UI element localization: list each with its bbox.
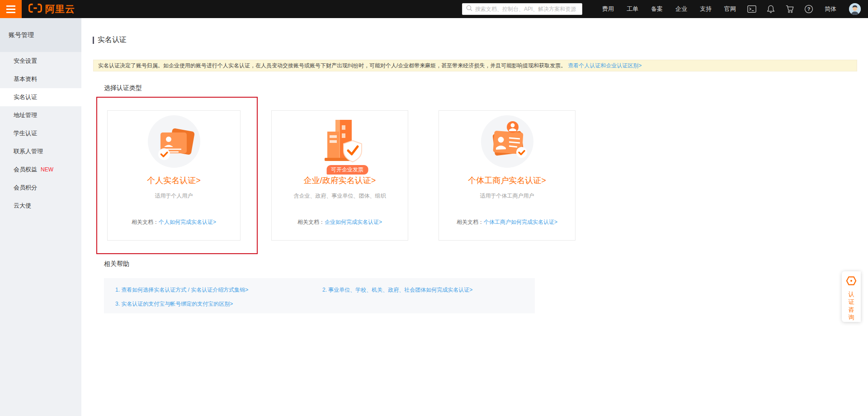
card-individual-business-doc-link[interactable]: 个体工商户如何完成实名认证> [484, 219, 557, 225]
avatar[interactable] [849, 3, 861, 15]
card-individual-business-doc: 相关文档：个体工商户如何完成实名认证> [439, 218, 575, 226]
sidebar-item-address[interactable]: 地址管理 [0, 106, 81, 124]
nav-item-enterprise[interactable]: 企业 [675, 5, 687, 13]
console-icon[interactable] [747, 5, 756, 14]
certification-badge-icon [846, 276, 857, 288]
nav-item-tickets[interactable]: 工单 [627, 5, 638, 13]
card-personal-title[interactable]: 个人实名认证> [108, 175, 240, 186]
help-link-2[interactable]: 2. 事业单位、学校、机关、政府、社会团体如何完成实名认证> [322, 286, 472, 294]
enterprise-verification-icon [313, 114, 367, 169]
card-personal-doc: 相关文档：个人如何完成实名认证> [108, 218, 240, 226]
top-bar: 阿里云 费用 工单 备案 企业 支持 官网 [0, 0, 868, 18]
sidebar-item-member-benefits[interactable]: 会员权益 NEW [0, 161, 81, 179]
card-personal-doc-link[interactable]: 个人如何完成实名认证> [159, 219, 216, 225]
sidebar-item-real-name-verification[interactable]: 实名认证 [0, 88, 81, 106]
nav-item-fees[interactable]: 费用 [602, 5, 614, 13]
verification-consult-widget[interactable]: 认证咨询 [842, 271, 861, 322]
nav-item-support[interactable]: 支持 [700, 5, 712, 13]
help-box: 1. 查看如何选择实名认证方式 / 实名认证介绍方式集锦> 2. 事业单位、学校… [104, 278, 535, 313]
sidebar: 账号管理 安全设置 基本资料 实名认证 地址管理 学生认证 联系人管理 会员权益… [0, 18, 81, 416]
card-enterprise-title[interactable]: 企业/政府实名认证> [272, 175, 408, 186]
cart-icon[interactable] [785, 5, 794, 14]
card-individual-business-subtitle: 适用于个体工商户用户 [439, 192, 575, 200]
notice-link[interactable]: 查看个人认证和企业认证区别> [568, 62, 642, 70]
search-icon [466, 5, 472, 13]
sidebar-item-member-points[interactable]: 会员积分 [0, 179, 81, 197]
page-title-row: 实名认证 [93, 35, 127, 45]
sidebar-item-cloud-ambassador[interactable]: 云大使 [0, 197, 81, 215]
card-individual-business-verification[interactable]: 个体工商户实名认证> 适用于个体工商户用户 相关文档：个体工商户如何完成实名认证… [439, 110, 576, 241]
card-enterprise-doc: 相关文档：企业如何完成实名认证> [272, 218, 408, 226]
page-title: 实名认证 [98, 35, 127, 45]
global-search[interactable] [462, 3, 582, 15]
consult-label: 认证咨询 [848, 290, 855, 321]
section-title: 选择认证类型 [104, 84, 142, 92]
card-personal-verification[interactable]: 个人实名认证> 适用于个人用户 相关文档：个人如何完成实名认证> [107, 110, 241, 241]
title-accent-bar [93, 37, 94, 44]
svg-text:?: ? [807, 6, 811, 12]
search-input[interactable] [475, 6, 578, 12]
nav-item-website[interactable]: 官网 [724, 5, 736, 13]
help-section-title: 相关帮助 [104, 260, 129, 268]
main-content: 实名认证 实名认证决定了账号归属。如企业使用的账号进行个人实名认证，在人员变动交… [81, 18, 868, 416]
personal-verification-icon [147, 114, 201, 169]
topbar-right: 费用 工单 备案 企业 支持 官网 [462, 3, 868, 15]
new-badge: NEW [41, 166, 53, 173]
sidebar-item-student-verification[interactable]: 学生认证 [0, 124, 81, 142]
help-icon[interactable]: ? [804, 5, 813, 14]
aliyun-logo-icon [28, 3, 42, 15]
invoice-badge: 可开企业发票 [326, 165, 368, 175]
language-switch[interactable]: 简体 [825, 5, 836, 13]
card-enterprise-subtitle: 含企业、政府、事业单位、团体、组织 [272, 192, 408, 200]
card-individual-business-title[interactable]: 个体工商户实名认证> [439, 175, 575, 186]
aliyun-logo[interactable]: 阿里云 [28, 3, 75, 15]
card-personal-subtitle: 适用于个人用户 [108, 192, 240, 200]
sidebar-item-contacts[interactable]: 联系人管理 [0, 142, 81, 161]
help-link-3[interactable]: 3. 实名认证的支付宝与帐号绑定的支付宝的区别> [115, 301, 233, 307]
hamburger-menu-button[interactable] [0, 0, 22, 18]
notice-banner: 实名认证决定了账号归属。如企业使用的账号进行个人实名认证，在人员变动交接账号或账… [93, 60, 857, 71]
sidebar-item-security[interactable]: 安全设置 [0, 52, 81, 70]
bell-icon[interactable] [766, 5, 775, 14]
aliyun-logo-text: 阿里云 [45, 3, 75, 15]
sidebar-title: 账号管理 [0, 18, 81, 52]
card-enterprise-verification[interactable]: 可开企业发票 企业/政府实名认证> 含企业、政府、事业单位、团体、组织 相关文档… [271, 110, 408, 241]
sidebar-item-basic-info[interactable]: 基本资料 [0, 70, 81, 88]
nav-item-icp[interactable]: 备案 [651, 5, 663, 13]
notice-text: 实名认证决定了账号归属。如企业使用的账号进行个人实名认证，在人员变动交接账号或账… [98, 62, 566, 70]
card-enterprise-doc-link[interactable]: 企业如何完成实名认证> [325, 219, 382, 225]
help-link-1[interactable]: 1. 查看如何选择实名认证方式 / 实名认证介绍方式集锦> [115, 286, 322, 294]
individual-business-verification-icon [480, 114, 534, 169]
